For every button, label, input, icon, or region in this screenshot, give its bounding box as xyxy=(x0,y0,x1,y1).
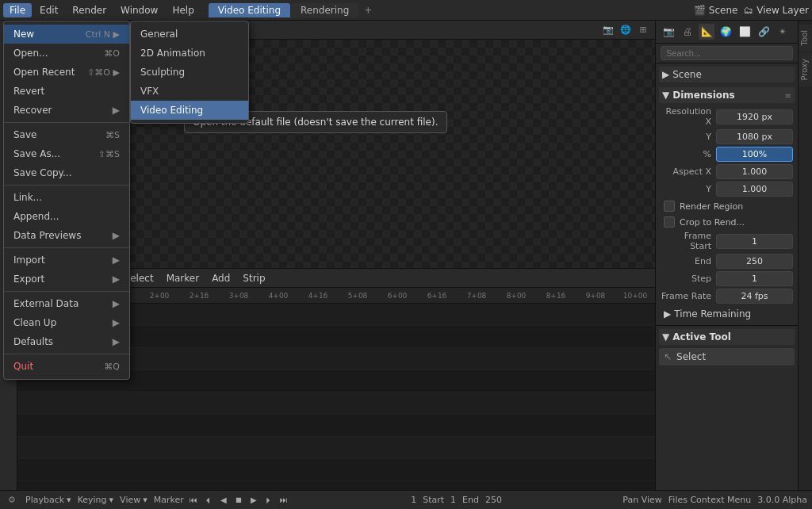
toolbar-cursor[interactable]: ↖ xyxy=(2,24,16,38)
end-value[interactable]: 250 xyxy=(485,495,502,505)
resolution-y-value[interactable]: 1080 px xyxy=(716,129,793,144)
current-frame[interactable]: 1 xyxy=(411,495,416,505)
rp-icon-scene[interactable]: 📐 xyxy=(699,24,714,40)
jump-end-btn[interactable]: ⏭ xyxy=(278,494,290,507)
resolution-x-value[interactable]: 1920 px xyxy=(716,109,793,124)
rp-icon-object[interactable]: ⬜ xyxy=(737,24,753,40)
viewport-grid-icon[interactable]: ⊞ xyxy=(636,23,650,37)
ruler-mark-0: 0+01 xyxy=(21,292,60,300)
menu-bar: File Edit Render Window Help xyxy=(3,3,201,17)
bottom-bar-right: 1 Start 1 End 250 xyxy=(411,495,502,505)
rp-icon-constraints[interactable]: 🔗 xyxy=(756,24,772,40)
frame-rate-label: Frame Rate xyxy=(661,291,716,301)
side-tab-proxy[interactable]: Proxy xyxy=(799,52,812,86)
toolbar-select-box[interactable]: ⬚ xyxy=(2,40,16,54)
ruler-mark-8: 5+08 xyxy=(338,292,377,300)
top-bar-right: 🎬 Scene 🗂 View Layer xyxy=(694,5,809,16)
workspace-tab-video-editing[interactable]: Video Editing xyxy=(209,3,290,17)
view-item[interactable]: View ▾ xyxy=(120,495,147,505)
seq-view[interactable]: View xyxy=(86,271,114,285)
ruler-mark-2: 1+08 xyxy=(100,292,140,300)
active-tool-triangle: ▼ xyxy=(662,331,669,343)
rp-icon-output[interactable]: 🖨 xyxy=(680,24,695,40)
resolution-percent-value[interactable]: 100% xyxy=(716,147,793,162)
time-remaining-triangle: ▶ xyxy=(664,308,671,320)
frame-step-value[interactable]: 1 xyxy=(716,271,793,286)
stop-btn[interactable]: ⏹ xyxy=(232,494,245,507)
side-tab-tool[interactable]: Tool xyxy=(799,24,812,52)
prev-frame-btn[interactable]: ⏴ xyxy=(202,494,215,507)
scene-icon: 🎬 xyxy=(694,5,706,16)
toolbar-grab[interactable]: ✥ xyxy=(2,55,16,70)
time-remaining-row[interactable]: ▶ Time Remaining xyxy=(659,306,795,322)
rp-icon-render[interactable]: 📷 xyxy=(661,24,676,40)
marker-item[interactable]: Marker xyxy=(154,495,184,505)
right-panel-icon-row: 📷 🖨 📐 🌍 ⬜ 🔗 ✴ xyxy=(656,21,798,44)
ruler-mark-5: 3+08 xyxy=(219,292,259,300)
help-menu-trigger[interactable]: Help xyxy=(166,3,200,17)
start-label: Start xyxy=(423,495,444,505)
files-context-label: Files Context Menu xyxy=(668,495,751,505)
resolution-x-label: Resolution X xyxy=(661,106,716,127)
ruler-mark-1: 0+16 xyxy=(60,292,100,300)
frame-start-value[interactable]: 1 xyxy=(716,234,793,249)
side-tabs: Tool Proxy xyxy=(798,21,812,490)
viewport-camera-icon[interactable]: 📷 xyxy=(601,23,615,37)
frame-rate-value[interactable]: 24 fps xyxy=(716,289,793,304)
play-btn[interactable]: ▶ xyxy=(247,494,260,507)
seq-add[interactable]: Add xyxy=(209,271,233,285)
playback-item[interactable]: Playback ▾ xyxy=(25,495,71,505)
track-row xyxy=(17,392,655,415)
workspace-tab-rendering[interactable]: Rendering xyxy=(291,3,358,17)
frame-end-value[interactable]: 250 xyxy=(716,254,793,269)
viewport-globe-icon[interactable]: 🌐 xyxy=(619,23,633,37)
viewport-header: View 📷 🌐 ⊞ xyxy=(17,21,655,40)
properties-search[interactable] xyxy=(661,46,793,60)
window-menu-trigger[interactable]: Window xyxy=(114,3,164,17)
workspace-tab-add[interactable]: + xyxy=(359,3,377,17)
keying-item[interactable]: Keying ▾ xyxy=(78,495,113,505)
aspect-x-value[interactable]: 1.000 xyxy=(716,164,793,179)
seq-select[interactable]: Select xyxy=(121,271,157,285)
track-row xyxy=(17,415,655,437)
scene-name: Scene xyxy=(709,5,738,16)
select-item[interactable]: ↖ Select xyxy=(659,348,795,365)
jump-start-btn[interactable]: ⏮ xyxy=(187,494,200,507)
active-tool-section: ▼ Active Tool ↖ Select xyxy=(656,325,798,369)
time-remaining-label: Time Remaining xyxy=(674,308,751,320)
frame-step-label: Step xyxy=(661,274,716,284)
active-tool-label: Active Tool xyxy=(672,331,731,343)
seq-marker[interactable]: Marker xyxy=(163,271,202,285)
file-menu-trigger[interactable]: File xyxy=(3,3,32,17)
rp-icon-particles[interactable]: ✴ xyxy=(775,24,791,40)
view-label: View xyxy=(120,495,140,505)
start-value[interactable]: 1 xyxy=(450,495,456,505)
frame-step-row: Step 1 xyxy=(659,271,795,286)
playback-controls: ⏮ ⏴ ◀ ⏹ ▶ ⏵ ⏭ xyxy=(187,494,290,507)
next-frame-btn[interactable]: ⏵ xyxy=(262,494,275,507)
toolbar-blade[interactable]: ✂ xyxy=(2,71,16,86)
frame-end-label: End xyxy=(661,256,716,266)
dimensions-menu-icon[interactable]: ≡ xyxy=(785,91,791,100)
bottom-engine-icon[interactable]: ⚙ xyxy=(5,493,19,507)
ruler-mark-14: 9+08 xyxy=(576,292,615,300)
dimensions-header[interactable]: ▼ Dimensions ≡ xyxy=(659,87,795,103)
main-layout: ↖ ⬚ ✥ ✂ View 📷 🌐 ⊞ Open the default file… xyxy=(0,21,812,490)
seq-strip[interactable]: Strip xyxy=(239,271,268,285)
scene-selector[interactable]: 🎬 Scene xyxy=(694,5,737,16)
select-cursor-icon: ↖ xyxy=(664,351,672,362)
track-row xyxy=(17,459,655,481)
render-region-checkbox[interactable] xyxy=(664,201,675,212)
render-menu-trigger[interactable]: Render xyxy=(66,3,113,17)
scene-header[interactable]: ▶ Scene xyxy=(659,67,795,82)
layer-selector[interactable]: 🗂 View Layer xyxy=(744,5,809,16)
crop-checkbox[interactable] xyxy=(664,216,675,228)
viewport[interactable]: Open the default file (doesn't save the … xyxy=(17,40,655,268)
active-tool-header[interactable]: ▼ Active Tool xyxy=(659,329,795,345)
rp-icon-world[interactable]: 🌍 xyxy=(718,24,733,40)
aspect-y-value[interactable]: 1.000 xyxy=(716,182,793,197)
layer-icon: 🗂 xyxy=(744,5,753,16)
dimensions-triangle-icon: ▼ xyxy=(662,90,669,101)
edit-menu-trigger[interactable]: Edit xyxy=(33,3,64,17)
play-reverse-btn[interactable]: ◀ xyxy=(217,494,230,507)
